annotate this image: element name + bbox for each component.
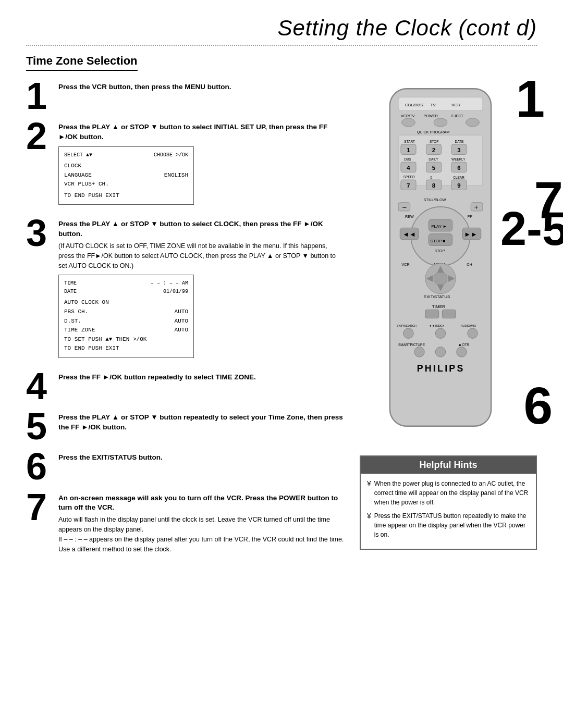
overlay-num-1: 1 (516, 72, 545, 125)
svg-text:POWER: POWER (424, 114, 438, 118)
svg-text:QUICK PROGRAM: QUICK PROGRAM (417, 130, 450, 134)
svg-text:7: 7 (407, 182, 410, 189)
svg-point-78 (414, 347, 424, 357)
step-6: 6 Press the EXIT/STATUS button. (26, 451, 344, 483)
svg-point-8 (402, 118, 415, 127)
svg-text:CH: CH (467, 262, 472, 267)
step-6-bold: Press the EXIT/STATUS button. (58, 453, 344, 463)
svg-text:VCR: VCR (451, 103, 460, 107)
right-column: 1 7 2-5 6 CBL/DBS TV VCR VCR/ (360, 80, 537, 562)
hint-text-1: When the power plug is connected to an A… (374, 479, 530, 507)
step-7-bold: An on-screen message will ask you to tur… (58, 493, 344, 513)
svg-point-10 (466, 118, 480, 127)
step-5: 5 Press the PLAY ▲ or STOP ▼ button repe… (26, 411, 344, 442)
step-4-bold: Press the FF ►/OK button repeatedly to s… (58, 373, 344, 382)
svg-text:◄◄ INDEX: ◄◄ INDEX (429, 324, 444, 327)
svg-text:PLAY ►: PLAY ► (431, 224, 447, 229)
svg-text:DBS: DBS (404, 157, 411, 161)
svg-text:STOP: STOP (435, 249, 445, 253)
svg-text:8: 8 (432, 182, 435, 189)
svg-text:1: 1 (407, 147, 410, 153)
step-3: 3 Press the PLAY ▲ or STOP ▼ button to s… (26, 217, 344, 362)
svg-rect-69 (442, 310, 456, 318)
step-3-content: Press the PLAY ▲ or STOP ▼ button to sel… (58, 217, 344, 362)
svg-text:WEEKLY: WEEKLY (451, 157, 466, 161)
step-2-bold: Press the PLAY ▲ or STOP ▼ button to sel… (58, 122, 344, 142)
step-3-normal: (If AUTO CLOCK is set to OFF, TIME ZONE … (58, 241, 344, 270)
svg-point-61 (434, 272, 447, 286)
step-4-content: Press the FF ►/OK button repeatedly to s… (58, 371, 344, 382)
step-number-1: 1 (26, 80, 52, 112)
svg-text:EJECT: EJECT (451, 114, 464, 118)
overlay-num-25: 2-5 (500, 205, 563, 252)
svg-text:0: 0 (431, 176, 433, 179)
step-2-screen: SELECT ▲▼CHOOSE >/OK CLOCK LANGUAGEENGLI… (58, 146, 194, 205)
svg-text:FF: FF (468, 214, 472, 219)
svg-text:VCR: VCR (402, 262, 410, 267)
step-5-content: Press the PLAY ▲ or STOP ▼ button repeat… (58, 411, 344, 433)
step-6-content: Press the EXIT/STATUS button. (58, 451, 344, 463)
svg-text:5: 5 (432, 165, 435, 171)
step-number-6: 6 (26, 451, 52, 483)
step-number-3: 3 (26, 217, 52, 249)
svg-text:2: 2 (432, 147, 435, 153)
remote-area: 1 7 2-5 6 CBL/DBS TV VCR VCR/ (373, 80, 524, 437)
svg-text:TV: TV (431, 103, 436, 107)
page-header: Setting the Clock (cont d) (26, 16, 537, 46)
svg-text:REW: REW (405, 214, 414, 219)
helpful-hints-title: Helpful Hints (361, 456, 536, 474)
step-2-content: Press the PLAY ▲ or STOP ▼ button to sel… (58, 120, 344, 209)
svg-text:■ OTR: ■ OTR (459, 343, 470, 347)
helpful-hints-content: ¥ When the power plug is connected to an… (361, 474, 536, 549)
hint-bullet-2: ¥ (367, 511, 371, 521)
svg-point-79 (435, 347, 445, 357)
step-1: 1 Press the VCR button, then press the M… (26, 80, 344, 112)
svg-text:+: + (474, 203, 479, 211)
hint-bullet-1: ¥ (367, 479, 371, 488)
hint-text-2: Press the EXIT/STATUS button repeatedly … (374, 511, 530, 539)
svg-text:4: 4 (407, 165, 410, 171)
svg-text:DATE: DATE (455, 140, 464, 143)
helpful-hints-box: Helpful Hints ¥ When the power plug is c… (360, 455, 537, 550)
page-title: Setting the Clock (cont d) (277, 16, 537, 40)
svg-text:AUDIO/MIX: AUDIO/MIX (461, 324, 476, 327)
svg-text:6: 6 (457, 165, 460, 171)
svg-text:◄◄: ◄◄ (402, 230, 416, 238)
hint-item-2: ¥ Press the EXIT/STATUS button repeatedl… (367, 511, 530, 539)
svg-point-80 (457, 347, 467, 357)
svg-text:–: – (402, 203, 407, 211)
step-3-bold: Press the PLAY ▲ or STOP ▼ button to sel… (58, 219, 344, 239)
svg-text:STOP ■: STOP ■ (431, 239, 446, 243)
remote-illustration: CBL/DBS TV VCR VCR/TV POWER EJECT QUICK … (373, 80, 508, 435)
svg-text:SKIP/SEARCH: SKIP/SEARCH (397, 324, 417, 327)
svg-text:►►: ►► (464, 230, 478, 238)
step-number-7: 7 (26, 491, 52, 523)
step-2: 2 Press the PLAY ▲ or STOP ▼ button to s… (26, 120, 344, 209)
svg-text:STILL/SLOW: STILL/SLOW (424, 198, 446, 202)
hint-item-1: ¥ When the power plug is connected to an… (367, 479, 530, 507)
svg-point-73 (403, 328, 413, 338)
svg-text:SMARTPICTURE: SMARTPICTURE (398, 343, 425, 347)
svg-point-75 (468, 328, 478, 338)
svg-text:STOP: STOP (430, 140, 439, 143)
svg-point-9 (434, 118, 447, 127)
svg-text:VCR/TV: VCR/TV (401, 114, 415, 118)
step-1-content: Press the VCR button, then press the MEN… (58, 80, 344, 92)
overlay-num-6: 6 (523, 379, 553, 431)
svg-text:CBL/DBS: CBL/DBS (405, 103, 423, 107)
svg-text:PHILIPS: PHILIPS (417, 363, 465, 374)
step-number-2: 2 (26, 120, 52, 152)
step-number-5: 5 (26, 411, 52, 442)
svg-text:3: 3 (457, 147, 460, 153)
svg-text:CLEAR: CLEAR (453, 176, 464, 179)
section-heading: Time Zone Selection (26, 54, 138, 71)
svg-text:SPEED: SPEED (403, 175, 415, 179)
svg-text:TIMER: TIMER (432, 304, 445, 309)
svg-text:START: START (404, 140, 415, 143)
step-7-normal: Auto will flash in the display panel unt… (58, 515, 344, 554)
svg-text:9: 9 (457, 182, 460, 189)
svg-text:EXIT/STATUS: EXIT/STATUS (424, 294, 450, 299)
left-column: 1 Press the VCR button, then press the M… (26, 80, 344, 562)
svg-point-74 (435, 328, 445, 338)
step-number-4: 4 (26, 371, 52, 402)
